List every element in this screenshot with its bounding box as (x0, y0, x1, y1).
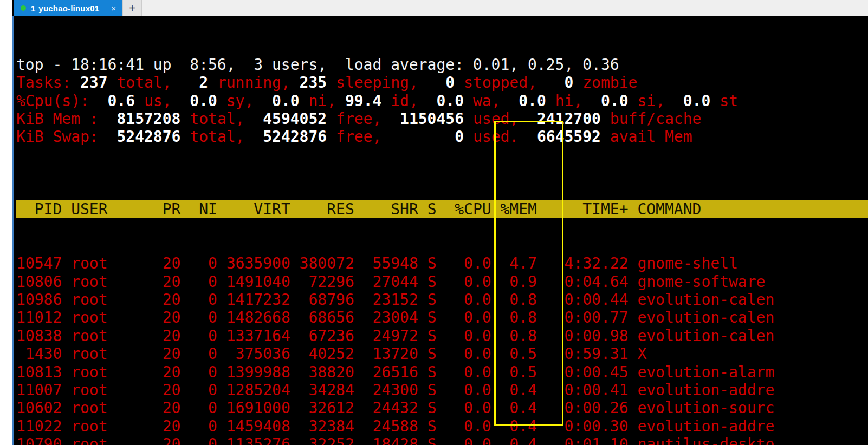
summary-segment: 235 (300, 74, 327, 91)
summary-segment: running, (208, 74, 300, 91)
process-row: 11022 root 20 0 1459408 32384 24588 S 0.… (16, 417, 868, 435)
cell-pr: 20 (144, 327, 180, 345)
column-header-pid: PID (16, 200, 62, 218)
cell-time: 0:59.31 (537, 345, 629, 363)
process-row: 10838 root 20 0 1337164 67236 24972 S 0.… (16, 327, 868, 345)
cell-res: 34284 (290, 381, 354, 399)
cell-s: S (418, 363, 437, 381)
cell-ni: 0 (180, 363, 217, 381)
column-header-cpu: %CPU (437, 200, 491, 218)
column-header-res: RES (290, 200, 354, 218)
summary-segment: 6645592 (537, 128, 601, 146)
new-tab-button[interactable]: + (122, 0, 142, 16)
cell-ni: 0 (180, 435, 217, 445)
cell-mem: 0.8 (491, 327, 537, 345)
cell-res: 32252 (290, 435, 354, 445)
tab-close-icon[interactable]: × (111, 4, 116, 13)
cell-mem: 0.4 (491, 381, 537, 399)
cell-cpu: 0.0 (437, 381, 491, 399)
cell-mem: 0.8 (491, 309, 537, 326)
summary-line: %Cpu(s): 0.6 us, 0.0 sy, 0.0 ni, 99.4 id… (16, 92, 868, 110)
cell-s: S (418, 381, 437, 399)
cell-pr: 20 (144, 345, 180, 363)
cell-shr: 24300 (354, 381, 418, 399)
cell-s: S (418, 345, 437, 363)
cell-ni: 0 (180, 291, 217, 309)
summary-segment: 2412700 (537, 110, 601, 128)
summary-segment: si, (629, 92, 683, 110)
cell-command: evolution-addre (629, 417, 775, 435)
cell-pid: 11007 (16, 381, 62, 399)
cell-res: 68656 (290, 309, 354, 326)
cell-command: gnome-software (629, 273, 766, 291)
summary-segment: us, (135, 92, 190, 110)
summary-line (16, 146, 868, 164)
column-header-time: TIME+ (537, 200, 629, 218)
summary-segment: total, (108, 74, 199, 91)
cell-shr: 24432 (354, 399, 418, 417)
summary-segment: 0.0 (601, 92, 629, 110)
summary-segment: 0.0 (683, 92, 711, 110)
cell-res: 380072 (290, 254, 354, 272)
column-header-pr: PR (144, 200, 180, 218)
cell-s: S (418, 291, 437, 309)
summary-segment: sy, (217, 92, 272, 110)
summary-segment: free, (327, 110, 400, 128)
cell-cpu: 0.0 (437, 254, 491, 272)
cell-mem: 0.5 (491, 363, 537, 381)
cell-time: 0:00.45 (537, 363, 629, 381)
cell-pr: 20 (144, 254, 180, 272)
summary-segment: id, (381, 92, 436, 110)
cell-time: 0:00.44 (537, 291, 629, 309)
cell-command: gnome-shell (629, 254, 738, 272)
summary-segment: zombie (573, 74, 637, 91)
cell-user: root (62, 309, 144, 326)
column-header-s: S (418, 200, 437, 218)
cell-virt: 1285204 (217, 381, 290, 399)
cell-shr: 18428 (354, 435, 418, 445)
cell-pid: 10813 (16, 363, 62, 381)
summary-segment: st (710, 92, 738, 110)
cell-command: evolution-addre (629, 381, 775, 399)
terminal-screen[interactable]: top - 18:16:41 up 8:56, 3 users, load av… (14, 16, 868, 445)
terminal-tab[interactable]: 1 yuchao-linux01 × (14, 0, 122, 16)
column-header-command: COMMAND (629, 200, 702, 218)
cell-mem: 0.4 (491, 399, 537, 417)
summary-segment: avail Mem (601, 128, 692, 146)
cell-res: 32612 (290, 399, 354, 417)
cell-cpu: 0.0 (437, 309, 491, 326)
summary-segment: 99.4 (345, 92, 381, 110)
cell-mem: 4.7 (491, 254, 537, 272)
cell-shr: 27044 (354, 273, 418, 291)
process-row: 10813 root 20 0 1399988 38820 26516 S 0.… (16, 363, 868, 381)
cell-mem: 0.5 (491, 345, 537, 363)
cell-mem: 0.8 (491, 291, 537, 309)
cell-pid: 11022 (16, 417, 62, 435)
plus-icon: + (129, 2, 135, 15)
process-row: 10547 root 20 0 3635900 380072 55948 S 0… (16, 254, 868, 272)
process-row: 11007 root 20 0 1285204 34284 24300 S 0.… (16, 381, 868, 399)
cell-time: 0:01.10 (537, 435, 629, 445)
cell-pid: 10838 (16, 327, 62, 345)
cell-pr: 20 (144, 399, 180, 417)
cell-pid: 10547 (16, 254, 62, 272)
cell-command: nautilus-deskto (629, 435, 775, 445)
summary-segment: 0 (455, 128, 464, 146)
cell-command: evolution-calen (629, 327, 775, 345)
left-gutter (0, 0, 12, 445)
cell-command: evolution-calen (629, 309, 775, 326)
cell-user: root (62, 327, 144, 345)
summary-segment: free, (327, 128, 455, 146)
cell-user: root (62, 273, 144, 291)
summary-line: KiB Swap: 5242876 total, 5242876 free, 0… (16, 128, 868, 146)
summary-segment: 4594052 (263, 110, 327, 128)
summary-segment: 1150456 (400, 110, 464, 128)
cell-shr: 23004 (354, 309, 418, 326)
cell-pr: 20 (144, 435, 180, 445)
summary-segment: used. (464, 128, 537, 146)
summary-segment: total, (180, 128, 263, 146)
cell-pid: 10602 (16, 399, 62, 417)
summary-line: KiB Mem : 8157208 total, 4594052 free, 1… (16, 110, 868, 128)
cell-s: S (418, 327, 437, 345)
cell-pid: 11012 (16, 309, 62, 326)
